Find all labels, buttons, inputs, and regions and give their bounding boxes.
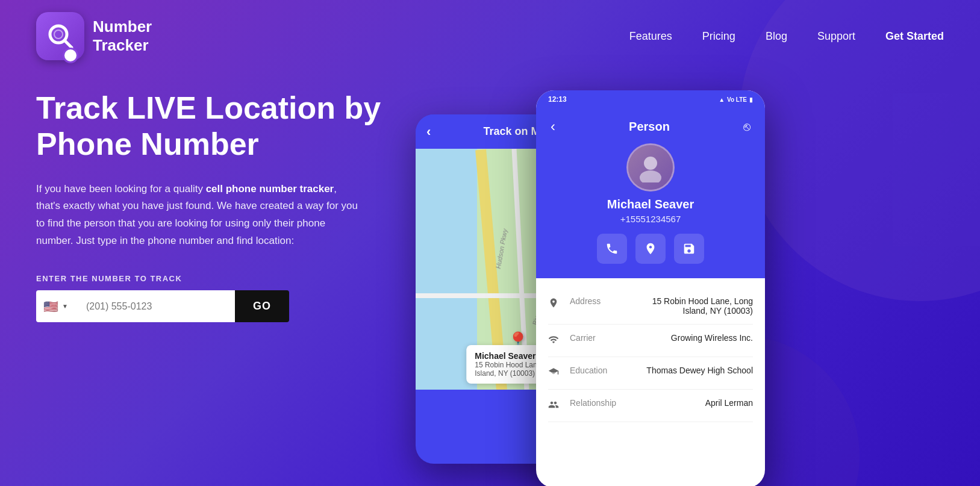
phone-profile-mockup: 12:13 ▲ Vo LTE ▮ ‹ Person ⎋ <box>536 90 765 486</box>
carrier-icon <box>548 334 563 348</box>
share-icon: ⎋ <box>743 120 751 134</box>
profile-name: Michael Seaver <box>551 198 751 211</box>
education-label: Education <box>570 366 624 375</box>
status-time: 12:13 <box>548 95 567 104</box>
nav-support[interactable]: Support <box>817 30 855 43</box>
education-icon <box>548 367 563 381</box>
svg-point-3 <box>644 157 657 170</box>
phone-mockups: ‹ Track on Map Hudson Pkwy Riverside Dr … <box>398 90 944 482</box>
info-row-education: Education Thomas Dewey High School <box>548 357 753 390</box>
carrier-label: Carrier <box>570 333 624 343</box>
info-row-address: Address 15 Robin Hood Lane, Long Island,… <box>548 288 753 325</box>
svg-point-4 <box>640 170 661 182</box>
phone-input-row: 🇺🇸 ▼ GO <box>36 290 289 322</box>
address-label: Address <box>570 296 624 316</box>
avatar <box>626 143 675 192</box>
education-content: Education Thomas Dewey High School <box>570 366 753 375</box>
relationship-label: Relationship <box>570 398 624 408</box>
profile-info-section: Address 15 Robin Hood Lane, Long Island,… <box>536 278 765 432</box>
nav-features[interactable]: Features <box>629 30 672 43</box>
nav-blog[interactable]: Blog <box>766 30 787 43</box>
info-row-relationship: Relationship April Lerman <box>548 390 753 422</box>
svg-point-2 <box>54 30 63 39</box>
carrier-value: Growing Wireless Inc. <box>630 333 753 343</box>
carrier-content: Carrier Growing Wireless Inc. <box>570 333 753 343</box>
go-button[interactable]: GO <box>235 290 289 322</box>
phone-number-input[interactable] <box>75 290 235 322</box>
profile-phone-number: +15551234567 <box>551 214 751 224</box>
call-button[interactable] <box>597 234 627 264</box>
wifi-icon: ▲ <box>719 96 725 103</box>
status-icons: ▲ Vo LTE ▮ <box>719 96 753 103</box>
site-header: Number Tracker Features Pricing Blog Sup… <box>0 0 980 72</box>
profile-header-row: ‹ Person ⎋ <box>551 118 751 135</box>
hero-content: Track LIVE Location by Phone Number If y… <box>36 90 398 322</box>
hero-description: If you have been looking for a quality c… <box>36 181 361 251</box>
hero-title: Track LIVE Location by Phone Number <box>36 90 398 163</box>
address-content: Address 15 Robin Hood Lane, Long Island,… <box>570 296 753 316</box>
main-nav: Features Pricing Blog Support Get Starte… <box>629 30 944 43</box>
profile-action-buttons <box>551 234 751 264</box>
logo-icon <box>36 12 84 60</box>
signal-label: Vo LTE <box>727 96 747 103</box>
address-icon <box>548 298 563 311</box>
chevron-down-icon: ▼ <box>62 303 68 310</box>
phone-status-bar: 12:13 ▲ Vo LTE ▮ <box>536 90 765 108</box>
education-value: Thomas Dewey High School <box>630 366 753 375</box>
flag-select-button[interactable]: 🇺🇸 ▼ <box>36 290 75 322</box>
nav-pricing[interactable]: Pricing <box>702 30 735 43</box>
flag-emoji: 🇺🇸 <box>43 299 58 314</box>
location-button[interactable] <box>635 234 666 264</box>
avatar-image <box>628 145 673 190</box>
hero-section: Track LIVE Location by Phone Number If y… <box>0 72 980 482</box>
input-label: ENTER THE NUMBER TO TRACK <box>36 274 398 283</box>
relationship-content: Relationship April Lerman <box>570 398 753 408</box>
profile-header: ‹ Person ⎋ Michael Seaver +15551234567 <box>536 108 765 278</box>
info-row-carrier: Carrier Growing Wireless Inc. <box>548 325 753 357</box>
save-button[interactable] <box>674 234 704 264</box>
logo: Number Tracker <box>36 12 152 60</box>
logo-text: Number Tracker <box>93 17 152 55</box>
battery-icon: ▮ <box>749 96 753 103</box>
profile-title: Person <box>629 120 670 134</box>
address-value: 15 Robin Hood Lane, Long Island, NY (100… <box>630 296 753 316</box>
map-back-arrow: ‹ <box>426 124 431 140</box>
relationship-icon <box>548 399 563 413</box>
relationship-value: April Lerman <box>630 398 753 408</box>
svg-line-1 <box>64 40 72 48</box>
profile-back-arrow: ‹ <box>551 118 555 135</box>
nav-get-started[interactable]: Get Started <box>885 30 944 43</box>
